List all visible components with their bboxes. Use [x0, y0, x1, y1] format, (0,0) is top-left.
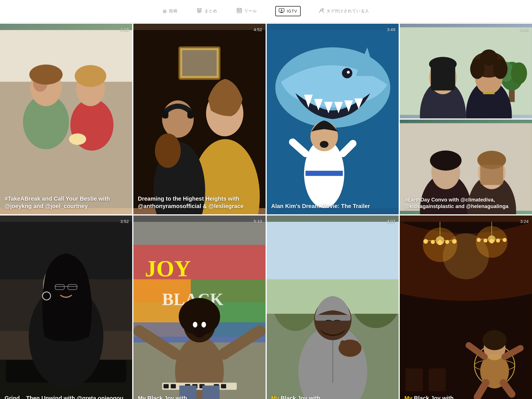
svg-rect-40: [182, 50, 217, 76]
svg-rect-37: [162, 110, 168, 118]
duration-badge-3: 3:49: [387, 27, 395, 32]
duration-badge-6: 5:10: [254, 219, 262, 224]
svg-point-143: [437, 240, 443, 245]
svg-rect-13: [280, 13, 283, 13]
svg-point-49: [342, 68, 352, 78]
tab-igtv-series[interactable]: まとめ: [196, 6, 218, 16]
video-item-3[interactable]: 3:49 Alan Kim's Dream Movie: The Trailer: [267, 24, 399, 214]
svg-rect-109: [171, 384, 176, 388]
video-title-8: My Black Joy with: [404, 394, 527, 399]
svg-point-50: [347, 71, 350, 74]
svg-rect-20: [0, 30, 132, 87]
stacked-top: 9:45: [400, 24, 532, 118]
svg-point-152: [496, 239, 500, 243]
duration-badge-5: 3:52: [121, 219, 129, 224]
duration-badge-7: 4:07: [387, 219, 395, 224]
svg-rect-3: [197, 11, 202, 11]
svg-rect-167: [429, 368, 446, 391]
video-item-8[interactable]: 3:24 My Black Joy with: [400, 215, 532, 399]
svg-rect-130: [315, 315, 351, 321]
svg-rect-12: [281, 12, 282, 13]
tab-reels[interactable]: リール: [236, 6, 258, 17]
svg-point-29: [75, 65, 107, 87]
video-item-5[interactable]: 3:52 Grind... Then Unwind with @greta.on…: [0, 215, 132, 399]
svg-point-151: [489, 239, 494, 243]
svg-point-159: [483, 330, 507, 350]
svg-point-118: [194, 327, 205, 338]
svg-rect-108: [163, 384, 168, 388]
duration-badge-4-top: 9:45: [520, 27, 529, 32]
video-title-2: Dreaming to the Highest Heights with @an…: [138, 195, 261, 210]
svg-point-27: [69, 134, 86, 145]
igtv-icon: [279, 8, 284, 14]
stacked-bottom: #EarthDay Convo with @climatediva, @kids…: [400, 120, 532, 214]
svg-rect-74: [483, 92, 495, 94]
video-item-2[interactable]: 4:52 Dreaming to the Highest Heights wit…: [133, 24, 266, 214]
video-title-1: #TakeABreak and Call Your Bestie with @j…: [5, 195, 128, 210]
svg-point-153: [503, 238, 507, 242]
video-title-4: #EarthDay Convo with @climatediva, @kids…: [404, 197, 527, 210]
tab-tagged[interactable]: タグ付けされている人: [318, 6, 370, 17]
svg-point-79: [430, 150, 462, 170]
svg-point-141: [423, 239, 428, 244]
duration-badge-8: 3:24: [520, 219, 529, 224]
svg-rect-166: [405, 368, 423, 391]
svg-point-73: [480, 49, 497, 65]
video-item-6[interactable]: JOY BLACK: [133, 215, 266, 399]
tab-igtv[interactable]: IGTV: [275, 6, 301, 16]
svg-point-67: [429, 57, 457, 71]
svg-rect-132: [353, 341, 358, 352]
svg-point-28: [29, 65, 63, 84]
posts-icon: ⊞: [163, 9, 167, 14]
svg-point-6: [238, 10, 240, 11]
svg-point-36: [155, 134, 181, 168]
svg-point-144: [445, 240, 449, 244]
tagged-icon: [319, 8, 324, 14]
video-item-4[interactable]: 9:45 #EarthDay Convo with @climatediva, …: [400, 24, 532, 214]
series-icon: [197, 8, 202, 14]
video-title-6: My Black Joy with: [138, 394, 261, 399]
svg-rect-0: [197, 9, 199, 10]
svg-rect-52: [305, 171, 343, 176]
svg-point-119: [193, 322, 197, 328]
duration-badge-1: 2:18: [121, 27, 129, 32]
duration-badge-2: 4:52: [254, 27, 262, 32]
video-item-1[interactable]: 2:18 #TakeABreak and Call Your Bestie wi…: [0, 24, 132, 214]
tab-igtv-label: IGTV: [287, 9, 297, 13]
tab-series-label: まとめ: [204, 9, 217, 14]
nav-tabs: ⊞ 投稿 まとめ リール: [0, 0, 532, 23]
svg-rect-1: [200, 9, 202, 9]
svg-rect-2: [200, 10, 201, 10]
svg-point-142: [431, 240, 435, 244]
svg-point-63: [511, 62, 527, 84]
svg-rect-83: [480, 165, 503, 185]
tab-reels-label: リール: [244, 9, 257, 14]
svg-rect-4: [197, 12, 201, 13]
svg-marker-14: [281, 9, 283, 11]
svg-point-150: [483, 239, 487, 243]
svg-point-120: [201, 322, 206, 328]
svg-rect-5: [237, 8, 242, 13]
svg-rect-21: [0, 82, 132, 208]
video-grid: 2:18 #TakeABreak and Call Your Bestie wi…: [0, 23, 532, 399]
svg-rect-126: [267, 222, 399, 279]
tab-tagged-label: タグ付けされている人: [326, 9, 369, 14]
video-title-7: My Black Joy with: [271, 394, 394, 399]
video-item-7[interactable]: 4:07 My Black Joy with: [267, 215, 399, 399]
tab-posts-label: 投稿: [169, 9, 178, 14]
svg-rect-38: [187, 110, 194, 118]
reels-icon: [237, 8, 242, 14]
video-title-5: Grind... Then Unwind with @greta.onieogo…: [5, 394, 128, 399]
svg-point-145: [452, 239, 457, 244]
svg-rect-114: [221, 384, 226, 388]
tab-posts[interactable]: ⊞ 投稿: [162, 6, 179, 16]
svg-point-149: [477, 238, 481, 242]
svg-point-54: [320, 141, 328, 148]
video-title-3: Alan Kim's Dream Movie: The Trailer: [271, 202, 394, 210]
svg-point-16: [322, 9, 324, 10]
svg-text:JOY: JOY: [145, 256, 191, 281]
